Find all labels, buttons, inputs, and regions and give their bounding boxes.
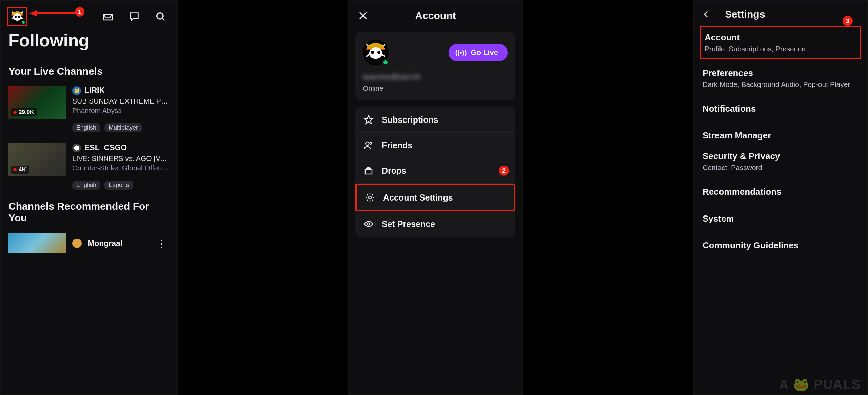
- go-live-label: Go Live: [471, 48, 498, 57]
- svg-point-7: [366, 142, 369, 145]
- menu-label: Subscriptions: [382, 115, 438, 125]
- menu-label: Drops: [382, 166, 406, 176]
- tag[interactable]: English: [72, 181, 100, 190]
- presence-indicator: [382, 59, 389, 65]
- following-screen: 1 Following Your Live Channels 29.9K 🐱 L…: [0, 0, 178, 395]
- section-recommended: Channels Recommended For You: [1, 192, 177, 230]
- top-bar: 1: [1, 1, 177, 27]
- page-title: Following: [1, 27, 177, 54]
- channel-name: ESL_CSGO: [84, 143, 127, 152]
- tag-row: English Esports: [1, 176, 177, 192]
- username: wareedbarch: [363, 72, 508, 82]
- settings-item-recommendations[interactable]: Recommendations: [694, 178, 867, 205]
- back-icon[interactable]: [701, 8, 711, 20]
- annotation-badge-1: 1: [75, 7, 84, 17]
- settings-item-title: Preferences: [703, 68, 858, 78]
- profile-avatar-button[interactable]: [7, 7, 27, 26]
- settings-item-stream-manager[interactable]: Stream Manager: [694, 122, 867, 149]
- tag[interactable]: English: [72, 123, 100, 132]
- screen-header: Settings: [694, 1, 867, 22]
- svg-point-9: [369, 196, 371, 199]
- svg-point-8: [370, 142, 372, 144]
- channel-meta: ESL_CSGO LIVE: SINNERS vs. AGO [Vertigo]…: [72, 143, 169, 176]
- presence-indicator: [21, 20, 25, 24]
- annotation-arrow: [29, 8, 77, 18]
- menu-label: Friends: [382, 140, 412, 150]
- settings-item-security[interactable]: Security & Privacy Contact, Password: [694, 149, 867, 178]
- menu-item-account-settings[interactable]: Account Settings: [355, 184, 515, 211]
- settings-screen: Settings 3 Account Profile, Subscription…: [693, 0, 868, 395]
- stream-thumbnail[interactable]: [8, 233, 66, 253]
- stream-thumbnail[interactable]: 29.9K: [8, 86, 66, 119]
- tag-row: English Multiplayer: [1, 119, 177, 134]
- menu-item-subscriptions[interactable]: Subscriptions: [355, 107, 515, 133]
- tag[interactable]: Multiplayer: [104, 123, 142, 132]
- settings-item-subtitle: Contact, Password: [703, 164, 858, 172]
- settings-item-subtitle: Dark Mode, Background Audio, Pop-out Pla…: [703, 80, 858, 89]
- tag[interactable]: Esports: [104, 181, 133, 190]
- annotation-badge-2: 2: [499, 166, 509, 176]
- channel-avatar: [72, 239, 82, 248]
- settings-item-title: Account: [705, 32, 856, 43]
- section-live-channels: Your Live Channels: [1, 54, 177, 83]
- broadcast-icon: ((•)): [455, 49, 467, 57]
- more-options-icon[interactable]: ⋮: [156, 241, 169, 246]
- annotation-badge-3: 3: [843, 16, 853, 26]
- stream-title: SUB SUNDAY EXTREME POGGOLI …: [72, 97, 169, 105]
- account-sheet: Account ((•)) Go Live wareedbarch Online: [348, 0, 523, 395]
- settings-item-preferences[interactable]: Preferences Dark Mode, Background Audio,…: [694, 62, 867, 95]
- stream-thumbnail[interactable]: 4K: [8, 143, 66, 176]
- account-menu: Subscriptions Friends Drops 2 Account Se…: [355, 107, 515, 237]
- svg-point-10: [368, 223, 370, 225]
- settings-item-community-guidelines[interactable]: Community Guidelines: [694, 232, 867, 253]
- settings-item-title: Security & Privacy: [703, 151, 858, 162]
- gear-icon: [364, 192, 376, 203]
- profile-avatar[interactable]: [363, 40, 389, 65]
- channel-name: Mongraal: [88, 239, 122, 248]
- watermark: A 🐸 PUALS: [779, 377, 861, 392]
- menu-label: Set Presence: [382, 219, 435, 229]
- viewer-count: 4K: [11, 166, 29, 174]
- channel-avatar: [72, 144, 81, 152]
- menu-item-drops[interactable]: Drops 2: [355, 158, 515, 184]
- viewer-count: 29.9K: [11, 108, 37, 116]
- menu-item-friends[interactable]: Friends: [355, 133, 515, 158]
- go-live-button[interactable]: ((•)) Go Live: [449, 44, 508, 61]
- channel-name: LIRIK: [84, 86, 105, 95]
- settings-item-system[interactable]: System: [694, 205, 867, 232]
- eye-icon: [363, 219, 374, 229]
- friends-icon: [363, 140, 374, 150]
- whisper-icon[interactable]: [129, 11, 140, 22]
- channel-meta: 🐱 LIRIK SUB SUNDAY EXTREME POGGOLI … Pha…: [72, 86, 169, 119]
- svg-marker-1: [29, 10, 37, 17]
- live-channel-row[interactable]: 29.9K 🐱 LIRIK SUB SUNDAY EXTREME POGGOLI…: [1, 83, 177, 119]
- presence-status: Online: [363, 84, 508, 92]
- inbox-icon[interactable]: [102, 11, 114, 22]
- live-channel-row[interactable]: 4K ESL_CSGO LIVE: SINNERS vs. AGO [Verti…: [1, 140, 177, 176]
- sheet-title: Account: [357, 10, 514, 21]
- settings-item-account[interactable]: Account Profile, Subscriptions, Presence: [700, 26, 861, 59]
- sheet-header: Account: [349, 1, 522, 25]
- svg-line-3: [162, 18, 165, 21]
- recommended-channel-row[interactable]: Mongraal ⋮: [1, 230, 177, 253]
- svg-marker-6: [364, 116, 373, 124]
- star-icon: [363, 115, 374, 125]
- settings-item-subtitle: Profile, Subscriptions, Presence: [705, 45, 856, 53]
- stream-category: Counter-Strike: Global Offensive: [72, 164, 169, 172]
- drops-icon: [363, 166, 374, 176]
- profile-card: ((•)) Go Live wareedbarch Online: [355, 32, 515, 100]
- svg-point-2: [157, 13, 163, 19]
- menu-label: Account Settings: [383, 193, 453, 203]
- stream-category: Phantom Abyss: [72, 107, 169, 115]
- screen-title: Settings: [725, 8, 765, 20]
- search-icon[interactable]: [155, 11, 166, 22]
- settings-item-notifications[interactable]: Notifications: [694, 95, 867, 122]
- stream-title: LIVE: SINNERS vs. AGO [Vertigo] M…: [72, 154, 169, 163]
- channel-avatar: 🐱: [72, 86, 81, 95]
- menu-item-set-presence[interactable]: Set Presence: [355, 211, 515, 237]
